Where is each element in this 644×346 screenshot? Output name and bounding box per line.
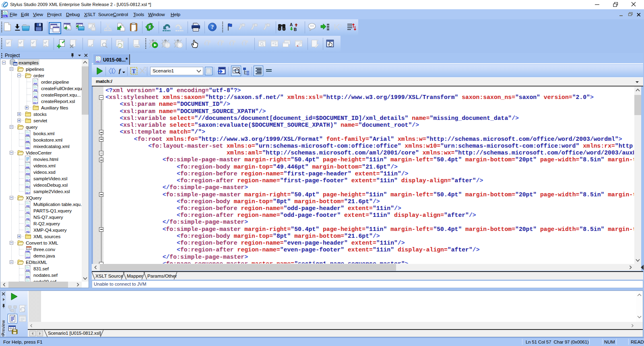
svg-text:exe: exe [135,45,139,47]
svg-text:XSLT: XSLT [25,186,30,188]
svg-text:A: A [290,23,293,27]
svg-text:PIP: PIP [34,82,37,85]
svg-text:XSLT: XSLT [2,15,8,17]
svg-text:EDI: EDI [26,276,30,278]
svg-text:XSLT: XSLT [96,60,101,63]
svg-text:XSLT: XSLT [33,102,38,104]
svg-text:XML: XML [26,147,31,149]
svg-text:XML: XML [26,140,31,143]
svg-text:XQ: XQ [26,211,30,214]
svg-text:XQ: XQ [26,224,30,227]
svg-text:XSD: XSD [26,173,30,175]
svg-text:XQ: XQ [26,218,30,220]
svg-text:B: B [294,27,297,32]
svg-text:T: T [132,68,136,74]
svg-text:XML: XML [26,166,31,169]
svg-text:XQ: XQ [26,231,30,233]
svg-text:XSLT: XSLT [25,192,30,194]
svg-text:f: f [119,68,122,74]
svg-text:XSLT: XSLT [25,179,30,181]
svg-text:XML: XML [26,134,31,136]
svg-text:JAVA: JAVA [25,257,30,259]
svg-text:EDI: EDI [26,269,30,272]
svg-text:XQ: XQ [34,95,37,98]
svg-text:XQ: XQ [26,205,30,207]
svg-text:?: ? [211,24,214,30]
svg-text:XQ: XQ [34,89,37,91]
